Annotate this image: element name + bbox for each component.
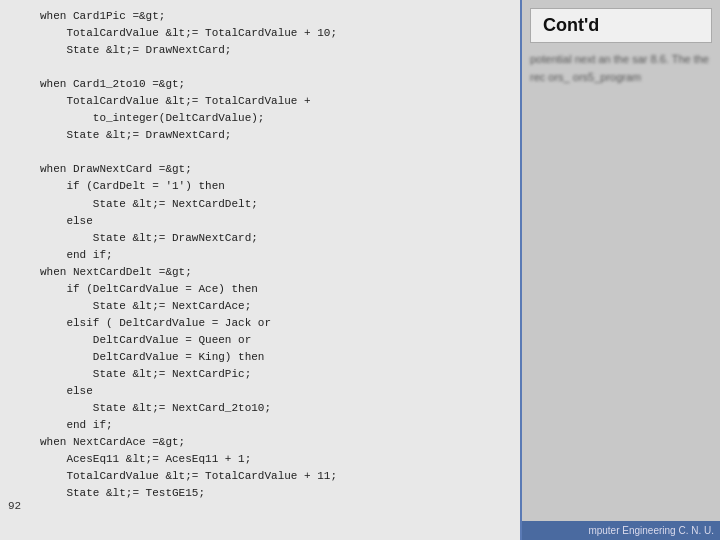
contd-header: Cont'd	[530, 8, 712, 43]
right-text-area: potential next an the sar 8.6. The the r…	[522, 43, 720, 521]
right-panel: Cont'd potential next an the sar 8.6. Th…	[520, 0, 720, 540]
footer-bar: mputer Engineering C. N. U.	[522, 521, 720, 540]
right-blurred-text: potential next an the sar 8.6. The the r…	[530, 51, 712, 86]
code-panel: when Card1Pic =&gt; TotalCardValue &lt;=…	[0, 0, 520, 540]
page-number: 92	[8, 500, 21, 512]
footer-text: mputer Engineering C. N. U.	[588, 525, 714, 536]
code-content: when Card1Pic =&gt; TotalCardValue &lt;=…	[40, 8, 512, 502]
